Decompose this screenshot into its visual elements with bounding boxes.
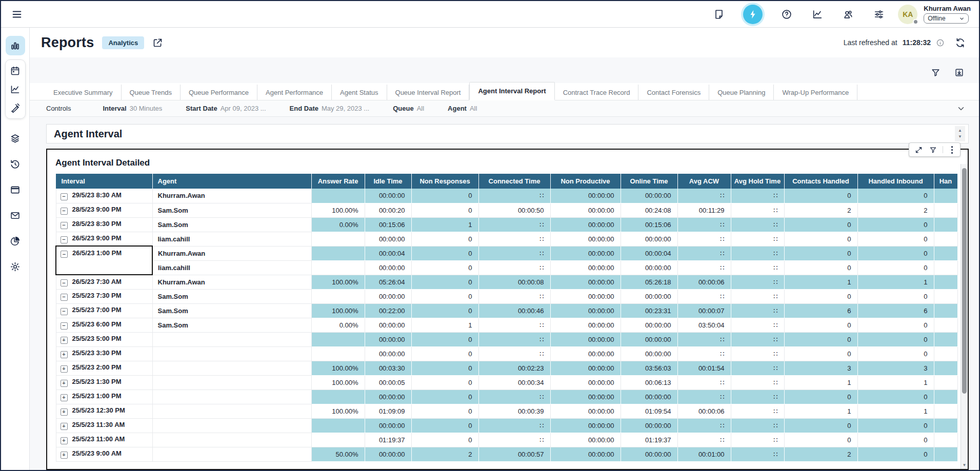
cell-metric[interactable]: 00:00:00: [550, 346, 621, 361]
sidebar-item-settings[interactable]: [6, 257, 25, 276]
cell-metric[interactable]: 50.00%: [311, 447, 365, 461]
cell-metric[interactable]: 00:00:39: [478, 404, 550, 418]
tab-wrap-up-performance[interactable]: Wrap-Up Performance: [774, 85, 857, 100]
cell-metric[interactable]: 0: [411, 332, 478, 346]
cell-metric[interactable]: ∷: [731, 275, 784, 289]
cell-agent[interactable]: Sam.Som: [152, 289, 311, 303]
cell-metric[interactable]: 100.00%: [311, 375, 365, 390]
cell-metric[interactable]: 00:00:00: [550, 318, 621, 332]
cell-metric[interactable]: ∷: [731, 346, 784, 361]
focus-mode-icon[interactable]: [914, 145, 923, 154]
cell-metric[interactable]: 100.00%: [311, 275, 365, 289]
cell-interval[interactable]: +25/5/23 11:00 AM: [56, 433, 152, 447]
scrollbar-down-arrow[interactable]: ▼: [961, 463, 968, 467]
expand-row-button[interactable]: +: [61, 423, 68, 430]
cell-metric[interactable]: ∷: [731, 318, 784, 332]
cell-agent[interactable]: [152, 433, 311, 447]
table-scrollbar[interactable]: ▼: [961, 164, 968, 469]
cell-metric[interactable]: 00:00:00: [621, 289, 677, 303]
cell-metric[interactable]: 1: [411, 318, 478, 332]
cell-metric[interactable]: 00:00:00: [550, 361, 621, 375]
cell-metric[interactable]: 3: [784, 361, 857, 375]
cell-metric-partial[interactable]: [934, 260, 957, 275]
expand-row-button[interactable]: +: [61, 337, 68, 344]
cell-interval[interactable]: +25/5/23 12:30 PM: [56, 404, 152, 418]
cell-interval[interactable]: −28/5/23 8:30 PM: [56, 217, 152, 232]
cell-metric[interactable]: 00:00:20: [365, 203, 411, 217]
cell-metric[interactable]: 00:01:00: [677, 447, 731, 461]
cell-metric[interactable]: 00:00:00: [550, 447, 621, 461]
collapse-row-button[interactable]: −: [61, 279, 68, 286]
sidebar-item-reports[interactable]: [6, 36, 25, 55]
sidebar-item-trends[interactable]: [6, 80, 25, 98]
cell-metric[interactable]: 1: [784, 404, 857, 418]
cell-interval[interactable]: −28/5/23 9:00 PM: [56, 203, 152, 217]
cell-interval[interactable]: −25/5/23 7:00 PM: [56, 303, 152, 318]
cell-metric[interactable]: 00:00:00: [365, 260, 411, 275]
analytics-chart-icon[interactable]: [811, 8, 824, 21]
cell-agent[interactable]: Khurram.Awan: [152, 189, 311, 203]
cell-metric[interactable]: ∷: [478, 433, 550, 447]
tab-executive-summary[interactable]: Executive Summary: [45, 85, 122, 100]
cell-metric[interactable]: ∷: [731, 246, 784, 260]
cell-interval[interactable]: +25/5/23 9:00 AM: [56, 447, 152, 461]
cell-metric[interactable]: ∷: [677, 217, 731, 232]
notes-icon[interactable]: [712, 8, 726, 21]
cell-metric[interactable]: ∷: [731, 418, 784, 433]
cell-metric[interactable]: [311, 189, 365, 203]
hamburger-menu-icon[interactable]: [10, 8, 24, 21]
collapse-row-button[interactable]: −: [61, 322, 68, 330]
cell-metric-partial[interactable]: [934, 318, 957, 332]
column-header-non-productive[interactable]: Non Productive: [550, 174, 621, 189]
cell-metric[interactable]: ∷: [731, 447, 784, 461]
cell-metric[interactable]: 100.00%: [311, 361, 365, 375]
column-header-handled-inbound[interactable]: Handled Inbound: [857, 174, 934, 189]
cell-metric[interactable]: 00:00:00: [621, 260, 677, 275]
cell-metric[interactable]: [311, 418, 365, 433]
cell-metric[interactable]: 01:19:37: [365, 433, 411, 447]
cell-metric[interactable]: 0: [411, 260, 478, 275]
cell-metric[interactable]: 1: [784, 275, 857, 289]
status-dropdown[interactable]: Offline: [924, 13, 969, 24]
cell-agent[interactable]: [152, 332, 311, 346]
cell-metric-partial[interactable]: [934, 433, 957, 447]
cell-metric[interactable]: 00:00:00: [365, 418, 411, 433]
column-header-han[interactable]: Han: [934, 174, 957, 189]
expand-row-button[interactable]: +: [61, 394, 68, 401]
collapse-row-button[interactable]: −: [61, 222, 68, 229]
column-header-avg-hold-time[interactable]: Avg Hold Time: [731, 174, 784, 189]
cell-metric[interactable]: 00:00:00: [550, 232, 621, 246]
control-start-date[interactable]: Start DateApr 09, 2023 ...: [186, 105, 266, 112]
control-queue[interactable]: QueueAll: [393, 105, 424, 112]
cell-interval[interactable]: −26/5/23 1:00 PM: [56, 246, 152, 260]
cell-metric[interactable]: ∷: [731, 332, 784, 346]
scrollbar-thumb[interactable]: [962, 168, 967, 394]
cell-metric[interactable]: 0: [411, 203, 478, 217]
cell-metric[interactable]: [311, 260, 365, 275]
sidebar-item-schedule[interactable]: [6, 62, 25, 80]
column-header-avg-acw[interactable]: Avg ACW: [677, 174, 731, 189]
expand-row-button[interactable]: +: [61, 437, 68, 444]
cell-agent[interactable]: [152, 404, 311, 418]
cell-metric[interactable]: 0: [857, 447, 934, 461]
cell-metric[interactable]: [311, 332, 365, 346]
cell-metric[interactable]: ∷: [478, 289, 550, 303]
cell-metric[interactable]: 0: [784, 433, 857, 447]
cell-metric[interactable]: 00:00:00: [365, 318, 411, 332]
cell-metric[interactable]: 00:00:00: [550, 275, 621, 289]
column-header-idle-time[interactable]: Idle Time: [365, 174, 411, 189]
cell-agent[interactable]: Sam.Som: [152, 203, 311, 217]
open-external-icon[interactable]: [152, 37, 163, 48]
cell-metric[interactable]: [311, 289, 365, 303]
cell-interval[interactable]: +25/5/23 1:30 PM: [56, 375, 152, 390]
cell-metric[interactable]: ∷: [731, 404, 784, 418]
column-header-non-responses[interactable]: Non Responses: [411, 174, 478, 189]
cell-metric-partial[interactable]: [934, 390, 957, 404]
cell-metric[interactable]: 00:00:00: [621, 346, 677, 361]
cell-agent[interactable]: Sam.Som: [152, 217, 311, 232]
users-icon[interactable]: [842, 8, 855, 21]
cell-metric[interactable]: 00:00:00: [550, 189, 621, 203]
cell-metric[interactable]: 00:00:04: [621, 246, 677, 260]
cell-metric[interactable]: 0: [411, 232, 478, 246]
cell-metric[interactable]: 00:00:00: [550, 246, 621, 260]
